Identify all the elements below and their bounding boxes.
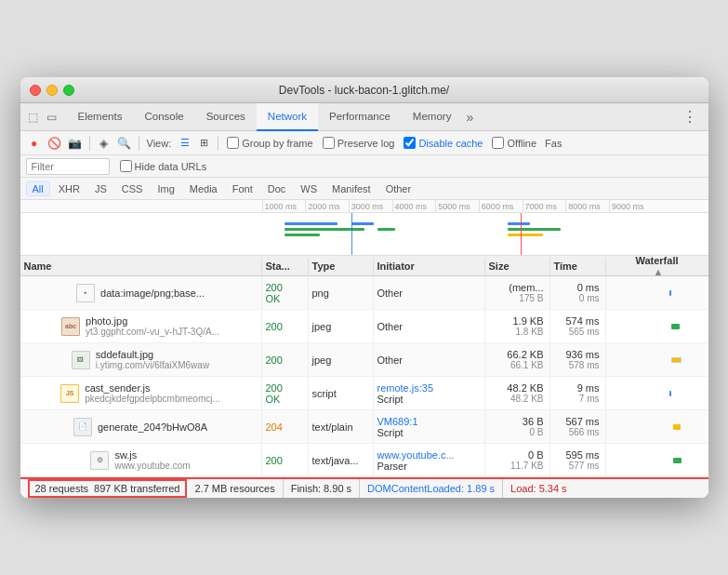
preserve-log-checkbox[interactable] — [323, 137, 335, 149]
maximize-button[interactable] — [63, 85, 74, 96]
cell-time-3: 936 ms 578 ms — [550, 343, 606, 376]
type-ws[interactable]: WS — [294, 181, 324, 196]
type-img[interactable]: Img — [151, 181, 180, 196]
cell-initiator-4: remote.js:35 Script — [374, 377, 485, 409]
tab-network[interactable]: Network — [257, 103, 318, 131]
tab-performance[interactable]: Performance — [318, 103, 402, 131]
cell-name-6: ⚙ sw.js www.youtube.com — [20, 444, 262, 476]
sort-icon: ▲ — [654, 266, 664, 277]
cell-initiator-3: Other — [374, 343, 485, 376]
ruler-8000: 8000 ms — [565, 200, 609, 213]
type-xhr[interactable]: XHR — [52, 181, 86, 196]
load-line — [521, 213, 522, 256]
name-text-1: data:image/png;base... — [100, 288, 205, 299]
finish-section: Finish: 8.90 s — [284, 479, 360, 498]
type-js[interactable]: JS — [88, 181, 113, 196]
initiator-link-6[interactable]: www.youtube.c... — [377, 449, 481, 461]
hide-data-urls-checkbox[interactable] — [120, 160, 132, 172]
load-section: Load: 5.34 s — [503, 479, 575, 498]
devtools-menu-button[interactable]: ⋮ — [677, 108, 703, 126]
fast3g-label: Fas — [545, 138, 562, 149]
ruler-3000: 3000 ms — [349, 200, 392, 213]
close-button[interactable] — [30, 85, 41, 96]
device-icon[interactable]: ▭ — [45, 110, 60, 125]
ruler-6000: 6000 ms — [479, 200, 523, 213]
view-list-button[interactable]: ☰ — [177, 135, 193, 152]
type-doc[interactable]: Doc — [261, 181, 293, 196]
name-text-2: photo.jpg yt3.ggpht.com/-vu_v-hJT-3Q/A..… — [86, 315, 219, 337]
cell-size-1: (mem... 175 B — [485, 276, 550, 309]
col-header-initiator: Initiator — [374, 258, 485, 274]
cell-size-6: 0 B 11.7 KB — [485, 444, 550, 476]
initiator-link-4[interactable]: remote.js:35 — [377, 382, 481, 394]
wf-bar-4 — [669, 391, 671, 396]
tab-bar: ⬚ ▭ Elements Console Sources Network Per… — [20, 103, 708, 131]
record-button[interactable]: ● — [26, 135, 43, 152]
wf-bar-1 — [669, 290, 671, 296]
preserve-log-label[interactable]: Preserve log — [323, 137, 395, 149]
table-row[interactable]: ▪ data:image/png;base... 200 OK png Othe… — [20, 276, 708, 310]
chart-bar-8 — [508, 234, 543, 236]
cell-status-6: 200 — [262, 444, 309, 476]
group-by-frame-label[interactable]: Group by frame — [227, 137, 312, 149]
table-header: Name Sta... Type Initiator Size Time Wat… — [20, 256, 708, 276]
table-row[interactable]: 📄 generate_204?bHwO8A 204 text/plain VM6… — [20, 410, 708, 444]
table-row[interactable]: abc photo.jpg yt3.ggpht.com/-vu_v-hJT-3Q… — [20, 310, 708, 343]
table-row[interactable]: JS cast_sender.js pkedcjkdefgpdelpbcmbme… — [20, 377, 708, 410]
cell-size-3: 66.2 KB 66.1 KB — [485, 343, 550, 376]
file-icon-3: 🖼 — [72, 351, 90, 369]
filter-bar: Hide data URLs — [20, 155, 708, 178]
ruler-5000: 5000 ms — [435, 200, 479, 213]
type-media[interactable]: Media — [183, 181, 224, 196]
hide-data-urls-label[interactable]: Hide data URLs — [120, 160, 207, 172]
cell-size-4: 48.2 KB 48.2 KB — [485, 377, 550, 409]
tab-console[interactable]: Console — [133, 103, 194, 131]
offline-label[interactable]: Offline — [492, 137, 536, 149]
disable-cache-checkbox[interactable] — [404, 137, 416, 149]
type-all[interactable]: All — [26, 181, 50, 196]
table-row[interactable]: ⚙ sw.js www.youtube.com 200 text/java...… — [20, 444, 708, 477]
dcl-section: DOMContentLoaded: 1.89 s — [360, 479, 503, 498]
view-label: View: — [147, 138, 172, 149]
disable-cache-label[interactable]: Disable cache — [404, 137, 483, 149]
waterfall-overview: 1000 ms 2000 ms 3000 ms 4000 ms 5000 ms … — [20, 200, 708, 256]
devtools-window: DevTools - luck-bacon-1.glitch.me/ ⬚ ▭ E… — [20, 77, 708, 498]
tab-sources[interactable]: Sources — [195, 103, 257, 131]
type-css[interactable]: CSS — [115, 181, 150, 196]
view-grid-button[interactable]: ⊞ — [195, 135, 212, 152]
inspect-icon[interactable]: ⬚ — [26, 110, 41, 125]
initiator-link-5[interactable]: VM689:1 — [377, 416, 481, 427]
more-tabs-button[interactable]: » — [466, 110, 473, 125]
type-other[interactable]: Other — [379, 181, 418, 196]
cell-initiator-2: Other — [374, 310, 485, 342]
cell-time-6: 595 ms 577 ms — [550, 444, 606, 476]
wf-bar-3 — [671, 357, 682, 363]
cell-time-5: 567 ms 566 ms — [550, 410, 606, 443]
chart-bar-4 — [351, 222, 374, 225]
filter-button[interactable]: ◈ — [96, 135, 113, 152]
search-button[interactable]: 🔍 — [116, 135, 133, 152]
group-by-frame-checkbox[interactable] — [227, 137, 239, 149]
type-manifest[interactable]: Manifest — [325, 181, 377, 196]
col-header-type: Type — [309, 258, 374, 274]
filter-input[interactable] — [26, 158, 110, 175]
chart-bar-2 — [285, 228, 364, 231]
devtools-panel: ⬚ ▭ Elements Console Sources Network Per… — [20, 103, 708, 498]
cell-time-4: 9 ms 7 ms — [550, 377, 606, 409]
cell-type-2: jpeg — [309, 310, 374, 342]
col-header-name: Name — [20, 258, 262, 274]
cell-initiator-5: VM689:1 Script — [374, 410, 485, 443]
name-text-3: sddefault.jpg i.ytimg.com/vi/6lfaiXM6waw — [96, 349, 209, 370]
table-row[interactable]: 🖼 sddefault.jpg i.ytimg.com/vi/6lfaiXM6w… — [20, 343, 708, 377]
tab-memory[interactable]: Memory — [402, 103, 463, 131]
minimize-button[interactable] — [46, 85, 58, 96]
clear-button[interactable]: 🚫 — [46, 135, 63, 152]
ruler-1000: 1000 ms — [262, 200, 306, 213]
traffic-lights — [30, 85, 74, 96]
tab-elements[interactable]: Elements — [67, 103, 134, 131]
chart-bar-7 — [508, 228, 562, 231]
file-icon-1: ▪ — [76, 284, 95, 302]
type-font[interactable]: Font — [226, 181, 259, 196]
screenshot-button[interactable]: 📷 — [67, 135, 84, 152]
offline-checkbox[interactable] — [492, 137, 504, 149]
